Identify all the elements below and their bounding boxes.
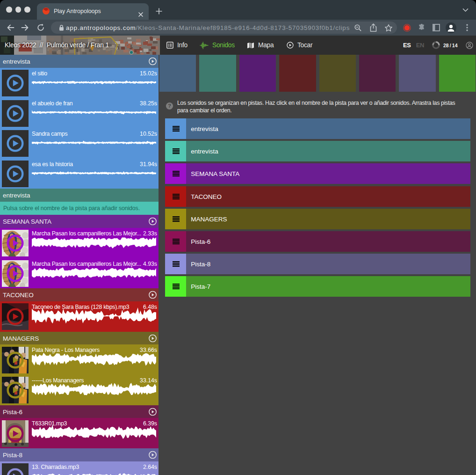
svg-text:?: ? [168, 103, 171, 109]
